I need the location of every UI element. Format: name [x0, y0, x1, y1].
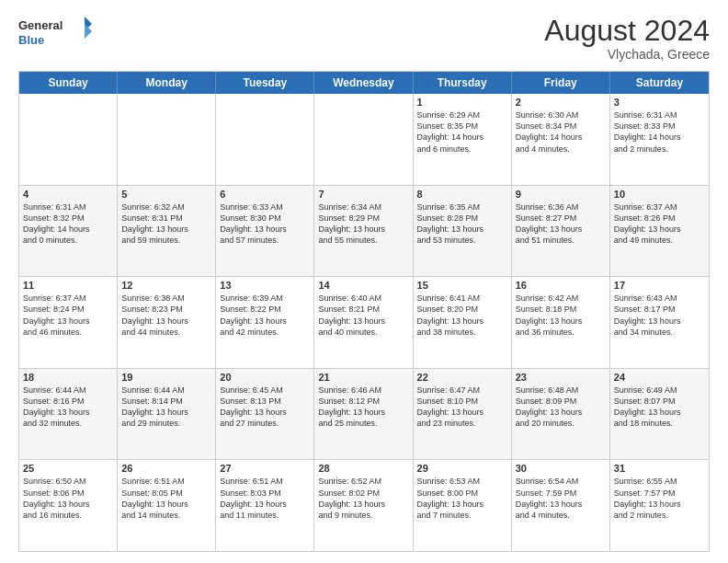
calendar-cell-r3-c0: 18Sunrise: 6:44 AM Sunset: 8:16 PM Dayli…: [19, 369, 118, 460]
calendar-cell-r0-c2: [216, 94, 314, 185]
day-info: Sunrise: 6:46 AM Sunset: 8:12 PM Dayligh…: [318, 385, 408, 430]
day-number: 2: [516, 97, 606, 108]
day-number: 11: [23, 280, 113, 291]
day-info: Sunrise: 6:39 AM Sunset: 8:22 PM Dayligh…: [220, 293, 310, 338]
day-number: 24: [614, 372, 705, 383]
day-header-sunday: Sunday: [19, 72, 118, 94]
day-number: 8: [417, 189, 507, 200]
calendar-cell-r2-c3: 14Sunrise: 6:40 AM Sunset: 8:21 PM Dayli…: [314, 277, 413, 368]
day-info: Sunrise: 6:40 AM Sunset: 8:21 PM Dayligh…: [318, 293, 408, 338]
calendar-cell-r1-c0: 4Sunrise: 6:31 AM Sunset: 8:32 PM Daylig…: [19, 186, 118, 277]
day-number: 23: [516, 372, 606, 383]
day-header-wednesday: Wednesday: [314, 72, 413, 94]
location: Vlychada, Greece: [544, 47, 710, 62]
day-header-thursday: Thursday: [414, 72, 512, 94]
calendar-cell-r1-c5: 9Sunrise: 6:36 AM Sunset: 8:27 PM Daylig…: [512, 186, 610, 277]
calendar-cell-r4-c0: 25Sunrise: 6:50 AM Sunset: 8:06 PM Dayli…: [19, 460, 118, 551]
header: General Blue August 2024 Vlychada, Greec…: [18, 15, 710, 62]
day-info: Sunrise: 6:37 AM Sunset: 8:24 PM Dayligh…: [23, 293, 113, 338]
day-info: Sunrise: 6:31 AM Sunset: 8:33 PM Dayligh…: [614, 109, 705, 155]
day-number: 12: [121, 280, 211, 291]
day-info: Sunrise: 6:50 AM Sunset: 8:06 PM Dayligh…: [23, 476, 113, 521]
day-header-saturday: Saturday: [610, 72, 709, 94]
day-info: Sunrise: 6:48 AM Sunset: 8:09 PM Dayligh…: [516, 385, 606, 430]
day-info: Sunrise: 6:51 AM Sunset: 8:03 PM Dayligh…: [220, 476, 310, 521]
calendar-cell-r1-c3: 7Sunrise: 6:34 AM Sunset: 8:29 PM Daylig…: [314, 186, 413, 277]
day-number: 6: [220, 189, 310, 200]
day-info: Sunrise: 6:47 AM Sunset: 8:10 PM Dayligh…: [417, 385, 507, 430]
calendar-cell-r4-c6: 31Sunrise: 6:55 AM Sunset: 7:57 PM Dayli…: [610, 460, 709, 551]
day-header-friday: Friday: [512, 72, 610, 94]
calendar-cell-r2-c2: 13Sunrise: 6:39 AM Sunset: 8:22 PM Dayli…: [216, 277, 314, 368]
calendar-cell-r0-c5: 2Sunrise: 6:30 AM Sunset: 8:34 PM Daylig…: [512, 94, 610, 185]
day-info: Sunrise: 6:37 AM Sunset: 8:26 PM Dayligh…: [614, 201, 705, 247]
day-number: 17: [614, 280, 705, 291]
day-number: 22: [417, 372, 507, 383]
calendar-cell-r0-c6: 3Sunrise: 6:31 AM Sunset: 8:33 PM Daylig…: [610, 94, 709, 185]
day-number: 26: [121, 463, 211, 474]
day-info: Sunrise: 6:52 AM Sunset: 8:02 PM Dayligh…: [318, 476, 408, 521]
day-info: Sunrise: 6:55 AM Sunset: 7:57 PM Dayligh…: [614, 476, 705, 521]
day-info: Sunrise: 6:29 AM Sunset: 8:35 PM Dayligh…: [417, 109, 507, 155]
calendar-row-3: 18Sunrise: 6:44 AM Sunset: 8:16 PM Dayli…: [19, 368, 709, 460]
day-number: 14: [318, 280, 408, 291]
calendar-cell-r3-c4: 22Sunrise: 6:47 AM Sunset: 8:10 PM Dayli…: [414, 369, 512, 460]
day-number: 5: [121, 189, 211, 200]
calendar-cell-r3-c3: 21Sunrise: 6:46 AM Sunset: 8:12 PM Dayli…: [314, 369, 413, 460]
day-info: Sunrise: 6:30 AM Sunset: 8:34 PM Dayligh…: [516, 109, 606, 155]
calendar: SundayMondayTuesdayWednesdayThursdayFrid…: [18, 71, 710, 552]
calendar-cell-r0-c1: [118, 94, 216, 185]
calendar-cell-r4-c5: 30Sunrise: 6:54 AM Sunset: 7:59 PM Dayli…: [512, 460, 610, 551]
day-number: 29: [417, 463, 507, 474]
day-number: 21: [318, 372, 408, 383]
day-info: Sunrise: 6:36 AM Sunset: 8:27 PM Dayligh…: [516, 201, 606, 247]
day-number: 25: [23, 463, 113, 474]
page: General Blue August 2024 Vlychada, Greec…: [0, 0, 728, 563]
calendar-row-4: 25Sunrise: 6:50 AM Sunset: 8:06 PM Dayli…: [19, 459, 709, 551]
month-year: August 2024: [544, 15, 710, 47]
calendar-row-2: 11Sunrise: 6:37 AM Sunset: 8:24 PM Dayli…: [19, 276, 709, 368]
calendar-cell-r2-c0: 11Sunrise: 6:37 AM Sunset: 8:24 PM Dayli…: [19, 277, 118, 368]
day-info: Sunrise: 6:44 AM Sunset: 8:16 PM Dayligh…: [23, 385, 113, 430]
logo: General Blue: [18, 15, 92, 50]
day-info: Sunrise: 6:33 AM Sunset: 8:30 PM Dayligh…: [220, 201, 310, 247]
calendar-cell-r1-c4: 8Sunrise: 6:35 AM Sunset: 8:28 PM Daylig…: [414, 186, 512, 277]
day-info: Sunrise: 6:49 AM Sunset: 8:07 PM Dayligh…: [614, 385, 705, 430]
logo-svg: General Blue: [18, 15, 92, 50]
day-number: 1: [417, 97, 507, 108]
day-info: Sunrise: 6:35 AM Sunset: 8:28 PM Dayligh…: [417, 201, 507, 247]
day-info: Sunrise: 6:51 AM Sunset: 8:05 PM Dayligh…: [121, 476, 211, 521]
day-number: 27: [220, 463, 310, 474]
day-info: Sunrise: 6:43 AM Sunset: 8:17 PM Dayligh…: [614, 293, 705, 338]
calendar-cell-r2-c4: 15Sunrise: 6:41 AM Sunset: 8:20 PM Dayli…: [414, 277, 512, 368]
day-number: 31: [614, 463, 705, 474]
day-number: 16: [516, 280, 606, 291]
calendar-cell-r1-c6: 10Sunrise: 6:37 AM Sunset: 8:26 PM Dayli…: [610, 186, 709, 277]
calendar-cell-r4-c4: 29Sunrise: 6:53 AM Sunset: 8:00 PM Dayli…: [414, 460, 512, 551]
svg-text:Blue: Blue: [18, 33, 44, 47]
day-number: 19: [121, 372, 211, 383]
calendar-cell-r3-c2: 20Sunrise: 6:45 AM Sunset: 8:13 PM Dayli…: [216, 369, 314, 460]
day-info: Sunrise: 6:34 AM Sunset: 8:29 PM Dayligh…: [318, 201, 408, 247]
calendar-cell-r2-c6: 17Sunrise: 6:43 AM Sunset: 8:17 PM Dayli…: [610, 277, 709, 368]
day-info: Sunrise: 6:45 AM Sunset: 8:13 PM Dayligh…: [220, 385, 310, 430]
calendar-cell-r2-c1: 12Sunrise: 6:38 AM Sunset: 8:23 PM Dayli…: [118, 277, 216, 368]
calendar-cell-r4-c1: 26Sunrise: 6:51 AM Sunset: 8:05 PM Dayli…: [118, 460, 216, 551]
day-info: Sunrise: 6:41 AM Sunset: 8:20 PM Dayligh…: [417, 293, 507, 338]
day-number: 10: [614, 189, 705, 200]
calendar-cell-r3-c5: 23Sunrise: 6:48 AM Sunset: 8:09 PM Dayli…: [512, 369, 610, 460]
day-number: 7: [318, 189, 408, 200]
calendar-cell-r3-c6: 24Sunrise: 6:49 AM Sunset: 8:07 PM Dayli…: [610, 369, 709, 460]
day-number: 13: [220, 280, 310, 291]
day-header-tuesday: Tuesday: [216, 72, 314, 94]
calendar-cell-r0-c4: 1Sunrise: 6:29 AM Sunset: 8:35 PM Daylig…: [414, 94, 512, 185]
day-info: Sunrise: 6:38 AM Sunset: 8:23 PM Dayligh…: [121, 293, 211, 338]
day-number: 4: [23, 189, 113, 200]
calendar-body: 1Sunrise: 6:29 AM Sunset: 8:35 PM Daylig…: [19, 94, 709, 551]
day-number: 3: [614, 97, 705, 108]
day-info: Sunrise: 6:44 AM Sunset: 8:14 PM Dayligh…: [121, 385, 211, 430]
day-number: 15: [417, 280, 507, 291]
svg-text:General: General: [18, 18, 63, 32]
day-info: Sunrise: 6:54 AM Sunset: 7:59 PM Dayligh…: [516, 476, 606, 521]
day-info: Sunrise: 6:53 AM Sunset: 8:00 PM Dayligh…: [417, 476, 507, 521]
